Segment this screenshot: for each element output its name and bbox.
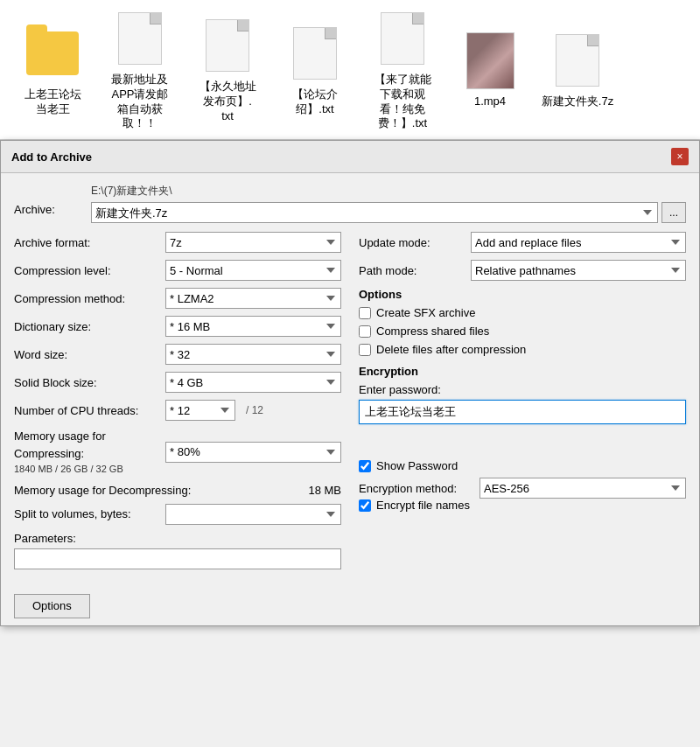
word-size-select[interactable]: * 32 64 xyxy=(165,344,341,365)
encrypt-filenames-checkbox[interactable] xyxy=(359,499,371,512)
path-mode-label: Path mode: xyxy=(359,264,464,277)
photo-icon xyxy=(464,30,516,91)
compress-shared-checkbox[interactable] xyxy=(359,325,371,338)
dialog-body: Archive: E:\(7)新建文件夹\ 新建文件夹.7z ... Archi… xyxy=(1,173,699,587)
file-item-dsstore[interactable]: 新建文件夹.7z xyxy=(538,30,617,109)
memory-compress-select[interactable]: * 80% 50% xyxy=(165,442,341,463)
file-item-photo[interactable]: 1.mp4 xyxy=(451,30,529,109)
show-password-label: Show Password xyxy=(376,459,458,472)
split-volumes-label: Split to volumes, bytes: xyxy=(14,507,158,520)
memory-compress-row: Memory usage for Compressing: 1840 MB / … xyxy=(14,428,341,477)
file-item-3[interactable]: 【论坛介绍】.txt xyxy=(276,23,354,117)
dialog-title-bar: Add to Archive × xyxy=(1,141,699,173)
solid-block-select[interactable]: * 4 GB 1 GB xyxy=(165,372,341,393)
add-to-archive-dialog: Add to Archive × Archive: E:\(7)新建文件夹\ 新… xyxy=(0,140,700,626)
doc-icon-dsstore xyxy=(551,30,604,91)
archive-select[interactable]: 新建文件夹.7z xyxy=(91,202,658,223)
encrypt-filenames-row: Encrypt file names xyxy=(359,499,686,512)
doc-icon-4 xyxy=(376,8,429,69)
archive-row: Archive: E:\(7)新建文件夹\ 新建文件夹.7z ... xyxy=(14,184,686,223)
doc-icon-2 xyxy=(201,15,254,76)
show-password-row: Show Password xyxy=(359,459,686,472)
create-sfx-label: Create SFX archive xyxy=(376,306,475,319)
encryption-title: Encryption xyxy=(359,365,686,378)
word-size-label: Word size: xyxy=(14,348,158,361)
compress-shared-label: Compress shared files xyxy=(376,325,489,338)
archive-label: Archive: xyxy=(14,184,84,216)
parameters-label: Parameters: xyxy=(14,532,341,545)
split-volumes-row: Split to volumes, bytes: xyxy=(14,504,341,525)
file-name-3: 【论坛介绍】.txt xyxy=(292,87,338,117)
memory-compress-label: Memory usage for Compressing: xyxy=(14,428,158,462)
split-volumes-select[interactable] xyxy=(165,504,341,525)
close-button[interactable]: × xyxy=(671,148,689,165)
create-sfx-checkbox[interactable] xyxy=(359,307,371,319)
file-item-2[interactable]: 【永久地址发布页】.txt xyxy=(188,15,267,124)
file-item-1[interactable]: 最新地址及APP请发邮箱自动获取！！ xyxy=(101,8,179,132)
enc-method-select[interactable]: AES-256 ZipCrypto xyxy=(480,478,686,499)
compression-level-label: Compression level: xyxy=(14,264,158,277)
archive-format-label: Archive format: xyxy=(14,236,158,249)
doc-icon-1 xyxy=(114,8,166,69)
memory-compress-label-group: Memory usage for Compressing: 1840 MB / … xyxy=(14,428,158,477)
archive-path-group: E:\(7)新建文件夹\ 新建文件夹.7z ... xyxy=(91,184,686,223)
archive-format-row: Archive format: 7z zip tar xyxy=(14,232,341,253)
dialog-footer: Options xyxy=(1,587,699,625)
show-password-checkbox[interactable] xyxy=(359,460,371,472)
compression-level-select[interactable]: 5 - Normal 0 - Store 9 - Ultra xyxy=(165,260,341,281)
update-mode-row: Update mode: Add and replace files Updat… xyxy=(359,232,686,253)
encrypt-filenames-label: Encrypt file names xyxy=(376,499,470,512)
file-item-4[interactable]: 【来了就能下载和观看！纯免费！】.txt xyxy=(363,8,442,132)
path-mode-select[interactable]: Relative pathnames Full pathnames xyxy=(471,260,686,281)
options-button[interactable]: Options xyxy=(14,594,90,618)
right-column: Update mode: Add and replace files Updat… xyxy=(359,232,686,576)
solid-block-label: Solid Block size: xyxy=(14,376,158,389)
options-title: Options xyxy=(359,288,686,301)
update-mode-label: Update mode: xyxy=(359,236,464,249)
doc-icon-3 xyxy=(289,23,341,84)
enc-method-row: Encryption method: AES-256 ZipCrypto xyxy=(359,478,686,499)
delete-after-row: Delete files after compression xyxy=(359,343,686,356)
solid-block-row: Solid Block size: * 4 GB 1 GB xyxy=(14,372,341,393)
compression-level-row: Compression level: 5 - Normal 0 - Store … xyxy=(14,260,341,281)
cpu-threads-max: / 12 xyxy=(246,404,263,416)
file-name-photo: 1.mp4 xyxy=(474,94,506,109)
compress-shared-row: Compress shared files xyxy=(359,325,686,338)
enter-password-label: Enter password: xyxy=(359,383,686,396)
memory-compress-sub: 1840 MB / 26 GB / 32 GB xyxy=(14,462,158,477)
left-column: Archive format: 7z zip tar Compression l… xyxy=(14,232,341,576)
two-column-layout: Archive format: 7z zip tar Compression l… xyxy=(14,232,686,576)
browse-button[interactable]: ... xyxy=(662,202,686,223)
memory-decompress-value: 18 MB xyxy=(308,484,341,497)
file-name-folder: 上老王论坛当老王 xyxy=(24,87,81,117)
cpu-threads-select[interactable]: * 12 8 4 xyxy=(165,400,235,421)
archive-format-select[interactable]: 7z zip tar xyxy=(165,232,341,253)
parameters-input[interactable] xyxy=(14,548,341,569)
options-section: Options Create SFX archive Compress shar… xyxy=(359,288,686,356)
dictionary-size-select[interactable]: * 16 MB 32 MB xyxy=(165,316,341,337)
folder-icon xyxy=(26,23,79,84)
file-name-4: 【来了就能下载和观看！纯免费！】.txt xyxy=(374,73,431,132)
delete-after-checkbox[interactable] xyxy=(359,344,371,356)
update-mode-select[interactable]: Add and replace files Update and add fil… xyxy=(471,232,686,253)
archive-input-row: 新建文件夹.7z ... xyxy=(91,202,686,223)
file-thumbnails-area: 上老王论坛当老王 最新地址及APP请发邮箱自动获取！！ 【永久地址发布页】.tx… xyxy=(0,0,700,140)
file-name-1: 最新地址及APP请发邮箱自动获取！！ xyxy=(111,73,168,132)
compression-method-row: Compression method: * LZMA2 LZMA xyxy=(14,288,341,309)
file-item-folder[interactable]: 上老王论坛当老王 xyxy=(13,23,92,117)
cpu-threads-label: Number of CPU threads: xyxy=(14,404,158,417)
file-name-2: 【永久地址发布页】.txt xyxy=(200,80,256,124)
compression-method-select[interactable]: * LZMA2 LZMA xyxy=(165,288,341,309)
parameters-section: Parameters: xyxy=(14,532,341,569)
delete-after-label: Delete files after compression xyxy=(376,343,526,356)
file-name-dsstore: 新建文件夹.7z xyxy=(542,94,613,109)
encryption-section: Encryption Enter password: Show Password… xyxy=(359,365,686,512)
compression-method-label: Compression method: xyxy=(14,292,158,305)
cpu-threads-row: Number of CPU threads: * 12 8 4 / 12 xyxy=(14,400,341,421)
word-size-row: Word size: * 32 64 xyxy=(14,344,341,365)
create-sfx-row: Create SFX archive xyxy=(359,306,686,319)
path-mode-row: Path mode: Relative pathnames Full pathn… xyxy=(359,260,686,281)
dictionary-size-label: Dictionary size: xyxy=(14,320,158,333)
password-input[interactable] xyxy=(359,400,686,424)
archive-path-hint: E:\(7)新建文件夹\ xyxy=(91,184,686,199)
